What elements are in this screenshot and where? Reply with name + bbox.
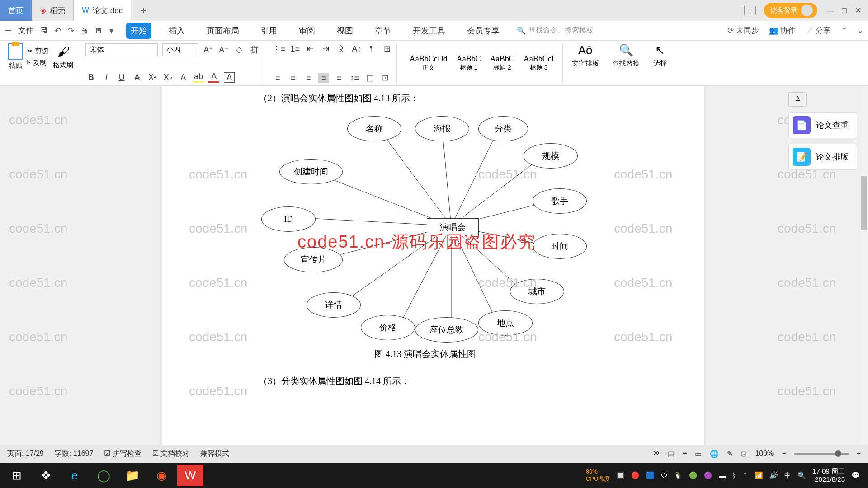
font-select[interactable] [85, 43, 158, 56]
tray-icon[interactable]: 🟣 [704, 471, 712, 479]
tab-insert[interactable]: 插入 [164, 23, 189, 39]
shading-icon[interactable]: ◫ [364, 73, 375, 83]
align-right-icon[interactable]: ≡ [303, 73, 314, 83]
coop-button[interactable]: 👥 协作 [769, 25, 796, 36]
align-justify-icon[interactable]: ≡ [318, 73, 329, 83]
redo-icon[interactable]: ↷ [67, 26, 74, 36]
tab-daoke[interactable]: ◈稻壳 [32, 0, 74, 21]
task-app2[interactable]: ◉ [148, 465, 175, 486]
task-explorer[interactable]: 📁 [119, 465, 146, 486]
tab-review[interactable]: 审阅 [294, 23, 320, 39]
preview-icon[interactable]: 🗎 [95, 26, 103, 35]
align-left-icon[interactable]: ≡ [272, 73, 283, 83]
tray-ime[interactable]: 中 [784, 471, 791, 480]
grow-font-icon[interactable]: A⁺ [203, 45, 214, 55]
superscript-button[interactable]: X² [147, 73, 158, 82]
more-icon[interactable]: ▾ [109, 26, 113, 36]
text-dir-icon[interactable]: 文 [336, 43, 347, 54]
sort-icon[interactable]: A↕ [351, 44, 362, 54]
tab-home[interactable]: 首页 [0, 0, 32, 21]
outdent-icon[interactable]: ⇤ [305, 44, 316, 54]
char-border-icon[interactable]: A [224, 72, 235, 83]
file-menu[interactable]: 文件 [18, 25, 33, 36]
task-app1[interactable]: ❖ [33, 465, 59, 486]
text-effect-icon[interactable]: A [178, 73, 189, 82]
maximize-icon[interactable]: □ [842, 6, 847, 15]
eye-icon[interactable]: 👁 [652, 450, 660, 458]
underline-button[interactable]: U [116, 73, 127, 82]
tray-volume-icon[interactable]: 🔊 [769, 471, 778, 479]
tray-icon[interactable]: 🔲 [616, 471, 625, 479]
pen-icon[interactable]: ✎ [727, 450, 733, 458]
font-color-icon[interactable]: A [208, 72, 219, 83]
tray-icon[interactable]: 🟦 [646, 471, 655, 479]
bullets-icon[interactable]: ⋮≡ [272, 44, 285, 54]
shrink-font-icon[interactable]: A⁻ [218, 45, 229, 55]
collapse-icon[interactable]: ⌃ [841, 26, 847, 35]
format-painter[interactable]: 🖌格式刷 [53, 44, 73, 70]
tab-pagelayout[interactable]: 页面布局 [202, 23, 244, 39]
undo-icon[interactable]: ↶ [54, 26, 61, 36]
task-wps[interactable]: W [177, 465, 203, 486]
view-page-icon[interactable]: ▤ [668, 450, 675, 458]
style-h1[interactable]: AaBbC标题 1 [452, 53, 486, 73]
find-replace-button[interactable]: 🔍查找替换 [608, 43, 644, 83]
spell-check[interactable]: ☑ 拼写检查 [104, 449, 141, 459]
start-button[interactable]: ⊞ [4, 465, 30, 486]
copy-button[interactable]: ⎘ 复制 [27, 58, 48, 67]
style-h3[interactable]: AaBbCcI标题 3 [519, 53, 559, 73]
tray-icon[interactable]: 🛡 [661, 472, 668, 479]
tray-up-icon[interactable]: ⌃ [742, 471, 748, 479]
minimize-icon[interactable]: — [826, 6, 834, 15]
tray-icon[interactable]: 🟢 [689, 471, 698, 479]
tray-clock[interactable]: 17:09 周三2021/8/25 [812, 467, 845, 483]
indent-icon[interactable]: ⇥ [321, 44, 331, 54]
tray-wifi-icon[interactable]: 📶 [755, 471, 763, 479]
paper-format[interactable]: 📝论文排版 [788, 144, 857, 170]
distribute-icon[interactable]: ≡ [334, 73, 344, 83]
print-icon[interactable]: 🖨 [80, 26, 89, 35]
tabs-icon[interactable]: ⊡ [380, 73, 391, 83]
tray-bluetooth-icon[interactable]: ᛒ [732, 472, 736, 479]
numbering-icon[interactable]: 1≡ [290, 44, 301, 54]
zoom-fit-icon[interactable]: ⊡ [741, 450, 747, 458]
view-web-icon[interactable]: 🌐 [710, 450, 719, 458]
clear-format-icon[interactable]: ◇ [234, 45, 245, 55]
size-select[interactable] [162, 43, 198, 56]
vertical-scrollbar[interactable] [860, 86, 868, 447]
tab-start[interactable]: 开始 [126, 23, 151, 39]
share-button[interactable]: ↗ 分享 [806, 25, 831, 36]
tab-reference[interactable]: 引用 [256, 23, 282, 39]
view-read-icon[interactable]: ▭ [695, 450, 702, 458]
close-icon[interactable]: ✕ [855, 5, 862, 15]
zoom-out[interactable]: − [782, 450, 786, 458]
tray-search-icon[interactable]: 🔍 [797, 471, 806, 479]
login-button[interactable]: 访客登录 [764, 3, 817, 18]
highlight-icon[interactable]: ab [193, 72, 204, 83]
paper-check[interactable]: 📄论文查重 [788, 112, 857, 138]
subscript-button[interactable]: X₂ [162, 72, 173, 82]
sync-status[interactable]: ⟳ 未同步 [727, 25, 759, 36]
tab-chapter[interactable]: 章节 [370, 23, 396, 39]
tray-icon[interactable]: 🐧 [674, 471, 683, 479]
line-spacing-icon[interactable]: ↕≡ [349, 73, 360, 83]
doc-proof[interactable]: ☑ 文档校对 [152, 449, 189, 459]
bold-button[interactable]: B [85, 73, 96, 82]
zoom-slider[interactable] [794, 453, 849, 455]
phonetic-icon[interactable]: 拼 [249, 44, 260, 55]
tab-doc[interactable]: W论文.doc [74, 0, 131, 21]
tab-view[interactable]: 视图 [332, 23, 358, 39]
task-ie[interactable]: e [61, 465, 88, 486]
save-icon[interactable]: 🖫 [40, 26, 48, 35]
menu-icon[interactable]: ☰ [5, 26, 12, 36]
borders-icon[interactable]: ⊞ [382, 44, 393, 54]
search-box[interactable]: 🔍 查找命令、搜索模板 [517, 26, 594, 35]
para-mark-icon[interactable]: ¶ [367, 44, 377, 54]
panel-toggle[interactable]: ≙ [788, 92, 807, 107]
style-h2[interactable]: AaBbC标题 2 [486, 53, 519, 73]
tab-vip[interactable]: 会员专享 [462, 23, 504, 39]
align-center-icon[interactable]: ≡ [288, 73, 298, 83]
badge[interactable]: 1 [744, 6, 756, 15]
task-browser[interactable]: ◯ [90, 465, 117, 486]
tray-icon[interactable]: ▬ [719, 472, 726, 479]
